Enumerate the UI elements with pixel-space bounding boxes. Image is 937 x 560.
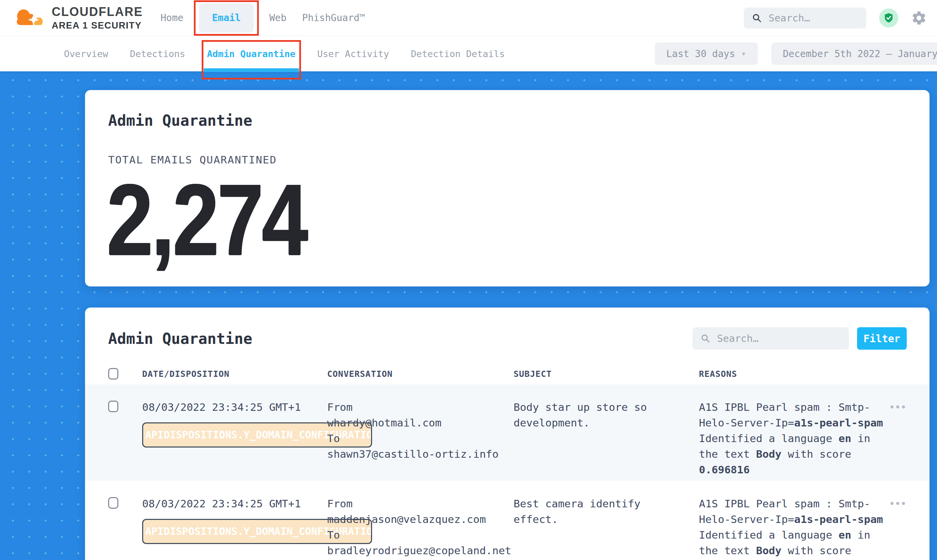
chevron-down-icon: ▾	[741, 49, 746, 58]
reasons-segment: Body	[756, 545, 781, 557]
cloudflare-logo: CLOUDFLARE AREA 1 SECURITY	[13, 5, 143, 31]
filter-button[interactable]: Filter	[857, 327, 907, 350]
from-label: From	[327, 399, 514, 415]
active-tab-underline	[204, 68, 299, 72]
row-menu-button[interactable]	[891, 405, 906, 408]
tab-detections[interactable]: Detections	[130, 36, 185, 71]
sub-nav-tabs: Overview Detections Admin Quarantine Use…	[64, 36, 505, 71]
brand-line2: AREA 1 SECURITY	[52, 21, 143, 30]
global-search-box[interactable]	[744, 8, 866, 29]
email-sub-nav: Overview Detections Admin Quarantine Use…	[0, 36, 937, 71]
row-checkbox[interactable]	[108, 497, 118, 509]
reasons-segment: Identified a language	[699, 432, 839, 445]
to-label: To	[327, 431, 514, 446]
table-controls: Filter	[693, 327, 907, 350]
reasons-segment: Body	[756, 448, 781, 460]
to-email: shawn37@castillo-ortiz.info	[327, 446, 514, 462]
range-dropdown-label: Last 30 days	[666, 48, 735, 60]
reasons-cell: A1S IPBL Pearl spam : Smtp-Helo-Server-I…	[699, 496, 891, 560]
brand-text: CLOUDFLARE AREA 1 SECURITY	[52, 6, 143, 30]
to-label: To	[327, 527, 514, 543]
reasons-segment: a1s-pearl-spam	[794, 417, 883, 429]
column-header-reasons: REASONS	[699, 369, 891, 379]
reasons-segment: en	[839, 432, 851, 445]
conversation-cell: From whardy@hotmail.com To shawn37@casti…	[327, 399, 514, 462]
date-disposition-cell: 08/03/2022 23:34:25 GMT+1 APIDISPOSITION…	[142, 496, 327, 544]
reasons-segment: a1s-pearl-spam	[794, 513, 883, 525]
from-label: From	[327, 496, 514, 511]
table-card-title: Admin Quarantine	[108, 330, 252, 347]
row-checkbox[interactable]	[108, 401, 118, 412]
date-disposition-cell: 08/03/2022 23:34:25 GMT+1 APIDISPOSITION…	[142, 399, 327, 448]
search-icon	[752, 12, 762, 24]
summary-card-title: Admin Quarantine	[108, 112, 929, 129]
table-search-box[interactable]	[693, 327, 849, 350]
header-right-cluster	[744, 8, 927, 29]
ellipsis-dot	[902, 502, 905, 505]
ellipsis-dot	[902, 405, 905, 408]
annotation-highlight-admin-quarantine-tab	[202, 40, 301, 80]
table-card-header: Admin Quarantine Filter	[85, 308, 929, 350]
reasons-cell: A1S IPBL Pearl spam : Smtp-Helo-Server-I…	[699, 399, 891, 477]
select-all-checkbox[interactable]	[108, 368, 118, 380]
tab-user-activity[interactable]: User Activity	[317, 36, 389, 71]
table-row[interactable]: 08/03/2022 23:34:25 GMT+1 APIDISPOSITION…	[85, 384, 929, 481]
nav-item-phishguard[interactable]: PhishGuard™	[302, 12, 365, 23]
column-header-subject: SUBJECT	[514, 369, 699, 379]
ellipsis-dot	[896, 405, 899, 408]
reasons-segment: with score	[781, 545, 851, 557]
reasons-segment: Identified a language	[699, 529, 839, 541]
tab-admin-quarantine-label: Admin Quarantine	[207, 49, 296, 59]
tab-detection-details[interactable]: Detection Details	[411, 36, 505, 71]
date-filter-cluster: Last 30 days ▾ December 5th 2022 — Janua…	[655, 43, 937, 65]
shield-check-icon	[883, 12, 894, 24]
column-header-conversation: CONVERSATION	[327, 369, 514, 379]
nav-item-home[interactable]: Home	[161, 12, 183, 23]
quarantine-table-card: Admin Quarantine Filter DATE/DISPOSITION…	[85, 308, 929, 560]
reasons-segment: with score	[781, 448, 851, 460]
ellipsis-dot	[891, 502, 894, 505]
global-search-input[interactable]	[769, 12, 858, 24]
table-search-input[interactable]	[717, 333, 841, 344]
top-header: CLOUDFLARE AREA 1 SECURITY Home Email We…	[0, 0, 937, 36]
column-header-date: DATE/DISPOSITION	[142, 369, 327, 379]
reasons-segment: 0.696816	[699, 463, 750, 476]
subject-cell: Body star up store so development.	[514, 399, 699, 431]
subject-cell: Best camera identify effect.	[514, 496, 699, 527]
reasons-segment: en	[839, 529, 851, 541]
protection-status-badge[interactable]	[879, 9, 898, 28]
ellipsis-dot	[896, 502, 899, 505]
date-range-label: December 5th 2022 — January 4th 2023	[783, 48, 937, 60]
row-menu-button[interactable]	[891, 502, 906, 505]
row-date: 08/03/2022 23:34:25 GMT+1	[142, 399, 327, 415]
to-email: bradleyrodriguez@copeland.net	[327, 543, 514, 558]
table-row[interactable]: 08/03/2022 23:34:25 GMT+1 APIDISPOSITION…	[85, 481, 929, 560]
primary-nav: Home Email Web PhishGuard™	[161, 3, 365, 32]
conversation-cell: From maddenjason@velazquez.com To bradle…	[327, 496, 514, 558]
tab-admin-quarantine[interactable]: Admin Quarantine	[207, 36, 296, 71]
table-header-row: DATE/DISPOSITION CONVERSATION SUBJECT RE…	[85, 363, 929, 384]
date-range-picker[interactable]: December 5th 2022 — January 4th 2023	[771, 43, 937, 65]
ellipsis-dot	[891, 405, 894, 408]
range-dropdown[interactable]: Last 30 days ▾	[655, 43, 758, 65]
from-email: whardy@hotmail.com	[327, 415, 514, 431]
app-screen: CLOUDFLARE AREA 1 SECURITY Home Email We…	[0, 0, 937, 560]
tab-overview[interactable]: Overview	[64, 36, 108, 71]
nav-item-email[interactable]: Email	[199, 3, 253, 32]
search-icon	[701, 333, 710, 344]
metric-value: 2,274	[107, 171, 781, 268]
row-date: 08/03/2022 23:34:25 GMT+1	[142, 496, 327, 511]
nav-item-web[interactable]: Web	[269, 12, 287, 23]
cloudflare-cloud-icon	[13, 5, 48, 31]
brand-line1: CLOUDFLARE	[52, 6, 143, 18]
nav-item-email-label: Email	[212, 12, 241, 23]
gear-icon[interactable]	[911, 10, 927, 26]
summary-card: Admin Quarantine TOTAL EMAILS QUARANTINE…	[85, 90, 929, 286]
from-email: maddenjason@velazquez.com	[327, 511, 514, 527]
